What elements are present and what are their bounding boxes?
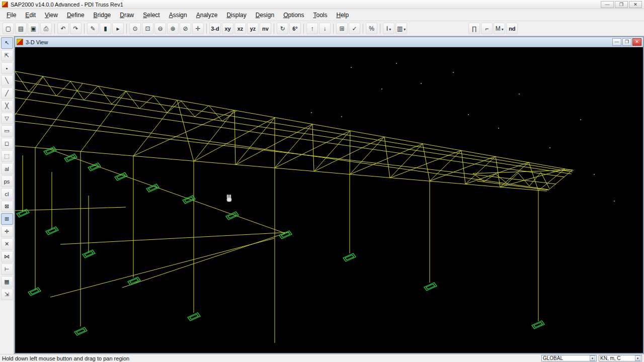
side-toolbar: ↖ ⇱ • ╲ ╱ ╳ ▽ ▭ ◻ ⬚ al ps cl ⊠ ⊞ ✛ ✕ ⋈ ⊢… [0,36,14,354]
menu-edit[interactable]: Edit [21,10,40,20]
menu-options[interactable]: Options [279,10,308,20]
view-3d-button[interactable]: 3-d [209,23,221,34]
pointer-select-button[interactable]: ↖ [1,37,13,49]
refresh-draw-button[interactable]: ✎ [87,23,99,34]
i-section-display-button[interactable]: Ⅰ [383,23,394,34]
quick-draw-brace-button[interactable]: ╳ [1,100,13,112]
toolbar-separator [206,24,207,34]
chevron-down-icon: ▾ [590,355,595,361]
print-button[interactable]: ⎙ [40,23,52,34]
run-analysis-button[interactable]: ▸ [112,23,124,34]
menu-assign[interactable]: Assign [165,10,192,20]
restore-full-view-button[interactable]: ⊡ [142,23,153,34]
moment-glyph: M [496,25,501,32]
previous-zoom-button[interactable]: ⊖ [154,23,166,34]
main-title-bar: SAP2000 v14.0.0 Advanced - PDI Truss Rev… [0,0,644,9]
draw-solid-button[interactable]: ⬚ [1,150,13,162]
select-group-button[interactable]: ⊞ [1,213,13,225]
toolbar-separator [380,24,380,34]
chevron-down-icon [388,25,391,32]
nd-display-button[interactable]: nd [506,23,518,34]
new-model-button[interactable]: ▢ [3,23,14,34]
coord-system-select[interactable]: GLOBAL ▾ [541,355,597,361]
chevron-down-icon [501,25,504,32]
model-canvas[interactable] [15,47,643,353]
menu-draw[interactable]: Draw [115,10,138,20]
maximize-button[interactable]: ❐ [615,1,628,8]
undo-button[interactable]: ↶ [57,23,69,34]
child-minimize-button[interactable]: — [612,38,621,46]
save-button[interactable]: ▣ [28,23,39,34]
sap2000-app-icon [2,2,8,8]
view-xz-button[interactable]: xz [234,23,246,34]
show-grid-button[interactable]: ⊠ [1,201,13,212]
frame-section-button[interactable]: ∏ [468,23,480,34]
extrude-object-button[interactable]: ⊢ [1,263,13,275]
draw-joint-button[interactable]: • [1,62,13,74]
reshape-object-button[interactable]: ⇱ [1,50,13,61]
coord-system-value: GLOBAL [543,355,588,361]
pan-button[interactable]: ✛ [192,23,204,34]
menu-bar: File Edit View Define Bridge Draw Select… [0,9,644,21]
child-close-button[interactable]: ✕ [632,38,641,46]
toolbar-separator [303,24,304,34]
child-restore-button[interactable]: ❐ [622,38,631,46]
assign-cl-button[interactable]: cl [1,188,13,200]
assign-al-button[interactable]: al [1,163,13,174]
menu-design[interactable]: Design [251,10,279,20]
move-joint-button[interactable]: ✛ [1,226,13,237]
rubber-band-zoom-button[interactable]: ⊙ [129,23,141,34]
status-message: Hold down left mouse button and drag to … [2,355,129,361]
snap-options-button[interactable]: ⊞ [336,23,348,34]
zoom-in-button[interactable]: ⊕ [167,23,179,34]
lock-model-button[interactable]: ▮ [100,23,111,34]
menu-help[interactable]: Help [332,10,354,20]
quick-draw-frame-button[interactable]: ╱ [1,87,13,99]
minimize-button[interactable]: — [601,1,614,8]
assign-ps-button[interactable]: ps [1,175,13,187]
toolbar-separator [363,24,363,34]
mirror-object-button[interactable]: ⋈ [1,251,13,262]
draw-rect-area-button[interactable]: ▭ [1,125,13,137]
perspective-toggle-button[interactable]: 6° [289,23,301,34]
move-down-button[interactable]: ↓ [319,23,331,34]
menu-tools[interactable]: Tools [309,10,332,20]
menu-bridge[interactable]: Bridge [89,10,116,20]
main-toolbar: ▢ ▤ ▣ ⎙ ↶ ↷ ✎ ▮ ▸ ⊙ ⊡ ⊖ ⊕ ⊘ ✛ 3-d xy xz … [0,21,644,36]
units-select[interactable]: KN, m, C ▾ [599,355,642,361]
moment-display-button[interactable]: M [494,23,505,34]
close-button[interactable]: ✕ [629,1,642,8]
menu-select[interactable]: Select [138,10,164,20]
chevron-down-icon: ▾ [635,355,640,361]
child-window-controls: — ❐ ✕ [612,38,641,46]
show-tables-button[interactable]: ▦ [1,276,13,288]
sap2000-view-icon [17,39,23,45]
redo-button[interactable]: ↷ [70,23,82,34]
quick-draw-area-button[interactable]: ◻ [1,138,13,149]
menu-analyze[interactable]: Analyze [192,10,222,20]
child-title-bar[interactable]: 3-D View — ❐ ✕ [15,37,643,47]
show-ratios-button[interactable]: % [366,23,377,34]
menu-display[interactable]: Display [222,10,251,20]
snap-to-point-button[interactable]: ⇲ [1,289,13,300]
menu-view[interactable]: View [40,10,62,20]
rotate-3d-view-button[interactable]: ↻ [277,23,288,34]
view-yz-button[interactable]: yz [247,23,259,34]
move-up-button[interactable]: ↑ [306,23,318,34]
display-options-glyph: ▥ [397,25,403,32]
view-nv-button[interactable]: nv [260,23,271,34]
display-options-button[interactable]: ▥ [395,23,407,34]
zoom-out-button[interactable]: ⊘ [180,23,191,34]
area-section-button[interactable]: ⌐ [481,23,493,34]
menu-file[interactable]: File [2,10,21,20]
object-check-button[interactable]: ✓ [349,23,360,34]
view-title: 3-D View [26,39,48,45]
toolbar-separator [84,24,85,34]
open-file-button[interactable]: ▤ [15,23,27,34]
draw-poly-area-button[interactable]: ▽ [1,113,13,124]
draw-frame-button[interactable]: ╲ [1,75,13,86]
view-xy-button[interactable]: xy [222,23,233,34]
delete-object-button[interactable]: ✕ [1,238,13,250]
menu-define[interactable]: Define [62,10,89,20]
toolbar-separator [54,24,55,34]
